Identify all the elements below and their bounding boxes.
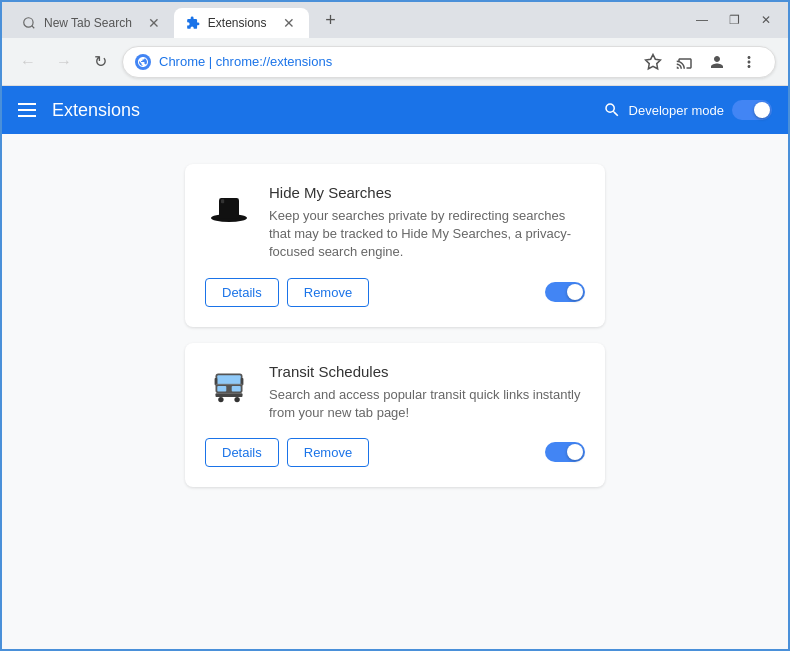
address-url: chrome://extensions (216, 54, 332, 69)
extensions-content: risn.com Hide My Searches Keep your sear… (2, 134, 788, 649)
svg-point-14 (218, 396, 223, 401)
ext-name-2: Transit Schedules (269, 363, 585, 380)
ext-info-1: Hide My Searches Keep your searches priv… (269, 184, 585, 262)
ext-details-btn-2[interactable]: Details (205, 438, 279, 467)
tab1-close-btn[interactable]: ✕ (146, 15, 162, 31)
maximize-button[interactable]: ❐ (720, 10, 748, 30)
extension-card-transit-schedules: Transit Schedules Search and access popu… (185, 343, 605, 487)
forward-button[interactable]: → (50, 48, 78, 76)
extensions-title: Extensions (52, 100, 587, 121)
title-bar: New Tab Search ✕ Extensions ✕ + — ❐ ✕ (2, 2, 788, 38)
svg-rect-9 (217, 386, 226, 391)
ext-info-2: Transit Schedules Search and access popu… (269, 363, 585, 422)
extension-card-hide-my-searches: Hide My Searches Keep your searches priv… (185, 164, 605, 327)
hamburger-menu[interactable] (18, 103, 36, 117)
svg-point-15 (234, 396, 239, 401)
ext-card-header-1: Hide My Searches Keep your searches priv… (205, 184, 585, 262)
bus-icon (205, 363, 253, 411)
tab2-close-btn[interactable]: ✕ (281, 15, 297, 31)
developer-mode-toggle[interactable] (732, 100, 772, 120)
address-bar-icons (639, 48, 763, 76)
site-favicon (135, 54, 151, 70)
svg-rect-6 (221, 199, 224, 203)
ext-toggle-2[interactable] (545, 442, 585, 462)
ext-card-footer-1: Details Remove (205, 278, 585, 307)
window-controls: — ❐ ✕ (688, 10, 780, 30)
svg-rect-13 (216, 393, 243, 397)
svg-point-0 (24, 18, 33, 27)
close-button[interactable]: ✕ (752, 10, 780, 30)
new-tab-button[interactable]: + (317, 6, 345, 34)
svg-marker-3 (646, 54, 661, 68)
extensions-header: Extensions Developer mode (2, 86, 788, 134)
svg-line-1 (32, 26, 35, 29)
ext-desc-2: Search and access popular transit quick … (269, 386, 585, 422)
ext-card-header-2: Transit Schedules Search and access popu… (205, 363, 585, 422)
minimize-button[interactable]: — (688, 10, 716, 30)
bookmark-icon[interactable] (639, 48, 667, 76)
hamburger-line-3 (18, 115, 36, 117)
ext-remove-btn-1[interactable]: Remove (287, 278, 369, 307)
ext-details-btn-1[interactable]: Details (205, 278, 279, 307)
ext-desc-1: Keep your searches private by redirectin… (269, 207, 585, 262)
ext-toggle-1[interactable] (545, 282, 585, 302)
address-bar-input[interactable]: Chrome | chrome://extensions (122, 46, 776, 78)
tab1-label: New Tab Search (44, 16, 132, 30)
tab2-label: Extensions (208, 16, 267, 30)
hamburger-line-1 (18, 103, 36, 105)
menu-dots-icon[interactable] (735, 48, 763, 76)
search-tab-icon (22, 16, 36, 30)
hat-icon (205, 184, 253, 232)
tab-extensions[interactable]: Extensions ✕ (174, 8, 309, 38)
reload-button[interactable]: ↻ (86, 48, 114, 76)
developer-mode-label: Developer mode (629, 103, 724, 118)
cast-icon[interactable] (671, 48, 699, 76)
address-bar: ← → ↻ Chrome | chrome://extensions (2, 38, 788, 86)
puzzle-tab-icon (186, 16, 200, 30)
browser-frame: New Tab Search ✕ Extensions ✕ + — ❐ ✕ ← … (0, 0, 790, 651)
hamburger-line-2 (18, 109, 36, 111)
search-icon[interactable] (603, 101, 621, 119)
ext-remove-btn-2[interactable]: Remove (287, 438, 369, 467)
developer-mode-section: Developer mode (603, 100, 772, 120)
svg-rect-8 (217, 375, 240, 384)
back-button[interactable]: ← (14, 48, 42, 76)
address-text: Chrome | chrome://extensions (159, 54, 623, 69)
tab-new-tab-search[interactable]: New Tab Search ✕ (10, 8, 174, 38)
address-domain: Chrome | (159, 54, 216, 69)
svg-rect-10 (232, 386, 241, 391)
ext-card-footer-2: Details Remove (205, 438, 585, 467)
ext-name-1: Hide My Searches (269, 184, 585, 201)
user-icon[interactable] (703, 48, 731, 76)
